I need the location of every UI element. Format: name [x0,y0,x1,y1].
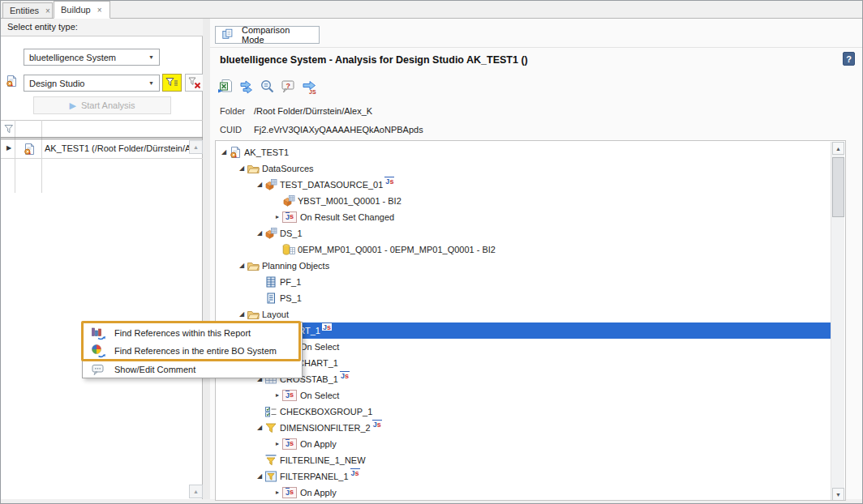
tree-item-label: FILTERPANEL_1 [280,472,349,481]
scroll-up-button[interactable]: ▲ [189,140,203,154]
comparison-mode-button[interactable]: Comparison Mode [215,26,320,44]
folder-icon [247,259,260,272]
tree-item-label: On Select [300,342,339,352]
entity-type-dropdown[interactable]: Design Studio ▼ [24,75,160,92]
tree-item-on-apply[interactable]: ▸JsOn Apply [216,485,831,500]
js-script-icon: Js [282,438,297,450]
tree-item-on-result-set-changed[interactable]: ▸JsOn Result Set Changed [216,209,831,225]
select-entity-type-header: Select entity type: [1,19,203,36]
tree-item-filterline-1-new[interactable]: FILTERLINE_1_NEW [216,452,831,468]
system-dropdown[interactable]: bluetelligence System ▼ [24,49,160,66]
js-script-icon: Js [282,487,297,498]
help-button[interactable]: ? [843,52,855,66]
folder-value: /Root Folder/Dürrstein/Alex_K [254,106,372,116]
js-export-icon[interactable]: JS [302,79,318,95]
grid-row-divider [1,158,203,159]
collapse-arrow-icon[interactable]: ▸ [273,489,282,497]
datasource-icon [264,227,277,240]
query-icon [282,243,295,256]
collapse-arrow-icon[interactable]: ▸ [273,391,282,399]
app-icon [229,146,242,159]
js-script-icon: Js [282,211,297,223]
datasource-icon [282,194,295,207]
tree-item-datasources[interactable]: ◢DataSources [216,160,831,177]
page-title: bluetelligence System - Analysis for Des… [220,54,528,66]
expand-arrow-icon[interactable]: ◢ [237,262,247,270]
tree-item-test-datasource-01[interactable]: ◢TEST_DATASOURCE_01Js [216,177,831,193]
entity-grid-row[interactable]: ▶ AK_TEST1 (/Root Folder/Dürrstein/Alex_… [1,140,189,158]
tree-item-chart-1[interactable]: CHART_1 [216,355,831,371]
entity-type-dropdown-value: Design Studio [29,79,85,88]
js-script-badge: Js [350,468,360,476]
panel-splitter[interactable] [203,19,210,499]
menu-item-find-references-in-the-entire-bo-system[interactable]: Find References in the entire BO System [83,341,302,360]
tree-item-label: FILTERLINE_1_NEW [280,455,366,465]
tab-buildup-label: Buildup [61,5,91,15]
datasource-icon [264,178,277,191]
tab-strip: Entities × Buildup × [1,1,862,19]
tab-buildup[interactable]: Buildup × [54,1,110,19]
scroll-up-button[interactable]: ▲ [832,142,844,155]
expand-arrow-icon[interactable]: ◢ [255,472,264,481]
tree-rows: ◢AK_TEST1◢DataSources◢TEST_DATASOURCE_01… [216,141,831,500]
tree-item-label: 0EPM_MP01_Q0001 - 0EPM_MP01_Q0001 - BI2 [298,245,496,254]
tree-item-label: On Result Set Changed [300,212,394,222]
js-script-badge: Js [372,420,382,428]
tree-scrollbar[interactable]: ▲ ▼ [831,142,844,501]
scrollbar-thumb[interactable] [832,157,844,217]
expand-arrow-icon[interactable]: ◢ [219,148,229,156]
tree-item-planning-objects[interactable]: ◢Planning Objects [216,258,831,274]
tree-item-chart-1[interactable]: ◢CHART_1Js [216,322,831,339]
clear-filter-button[interactable] [185,74,204,92]
grid-filter-icon[interactable] [3,123,15,138]
zoom-details-icon[interactable] [260,79,276,95]
tab-entities[interactable]: Entities × [2,2,53,19]
menu-item-find-references-within-this-report[interactable]: Find References within this Report [83,323,302,342]
app-window: Entities × Buildup × Select entity type:… [0,0,863,504]
comparison-mode-icon [221,28,237,42]
tree-item-on-select[interactable]: ▸JsOn Select [216,387,831,404]
folder-icon [247,308,260,321]
tree-item-pf-1[interactable]: PF_1 [216,274,831,290]
select-entity-type-label: Select entity type: [7,22,78,32]
tree-item-ybst-m001-q0001-bi2[interactable]: YBST_M001_Q0001 - BI2 [216,193,831,209]
close-icon[interactable]: × [97,6,102,15]
tree-item-checkboxgroup-1[interactable]: CHECKBOXGROUP_1 [216,404,831,420]
tree-item-filterpanel-1[interactable]: ◢FILTERPANEL_1Js [216,468,831,485]
close-icon[interactable]: × [45,6,50,15]
scroll-up-button[interactable]: ▲ [189,485,203,498]
start-analysis-button[interactable]: ▶ Start Analysis [33,96,171,114]
grid-header-divider [1,137,203,138]
expand-arrow-icon[interactable]: ◢ [237,310,247,318]
follow-references-icon[interactable] [238,79,255,95]
entity-grid-row-label: AK_TEST1 (/Root Folder/Dürrstein/Alex_K) [45,143,189,153]
collapse-arrow-icon[interactable]: ▸ [273,440,282,448]
tree-item-on-select[interactable]: ▸JsOn Select [216,339,831,355]
header-divider [210,47,863,48]
scroll-down-button[interactable]: ▼ [832,488,844,501]
tree-item-on-apply[interactable]: ▸JsOn Apply [216,436,831,452]
expand-arrow-icon[interactable]: ◢ [255,424,264,432]
expand-arrow-icon[interactable]: ◢ [255,181,264,189]
menu-item-show-edit-comment[interactable]: Show/Edit Comment [83,360,302,378]
folder-label: Folder [220,106,245,116]
tree-item-ps-1[interactable]: PS_1 [216,290,831,306]
svg-text:JS: JS [309,89,316,95]
tree-item-label: PS_1 [280,293,302,303]
js-script-icon: Js [282,390,297,401]
filter-button[interactable] [162,74,182,92]
menu-item-label: Show/Edit Comment [114,365,195,374]
tree-item-layout[interactable]: ◢Layout [216,306,831,322]
comment-question-icon[interactable]: ? [281,79,297,95]
tree-item-dimensionfilter-2[interactable]: ◢DIMENSIONFILTER_2Js [216,420,831,436]
excel-export-icon[interactable] [217,79,234,95]
tree-item-crosstab-1[interactable]: ◢CROSSTAB_1Js [216,371,831,387]
collapse-arrow-icon[interactable]: ▸ [273,213,282,221]
tree-item-label: DataSources [262,164,314,173]
tree-item-0epm-mp01-q0001-0epm-mp01-q0001-bi2[interactable]: 0EPM_MP01_Q0001 - 0EPM_MP01_Q0001 - BI2 [216,241,831,258]
tree-item-ak-test1[interactable]: ◢AK_TEST1 [216,144,831,160]
expand-arrow-icon[interactable]: ◢ [237,164,247,173]
tree-item-ds-1[interactable]: ◢DS_1 [216,225,831,241]
expand-arrow-icon[interactable]: ◢ [255,229,264,237]
find-references-system-icon [91,344,105,358]
